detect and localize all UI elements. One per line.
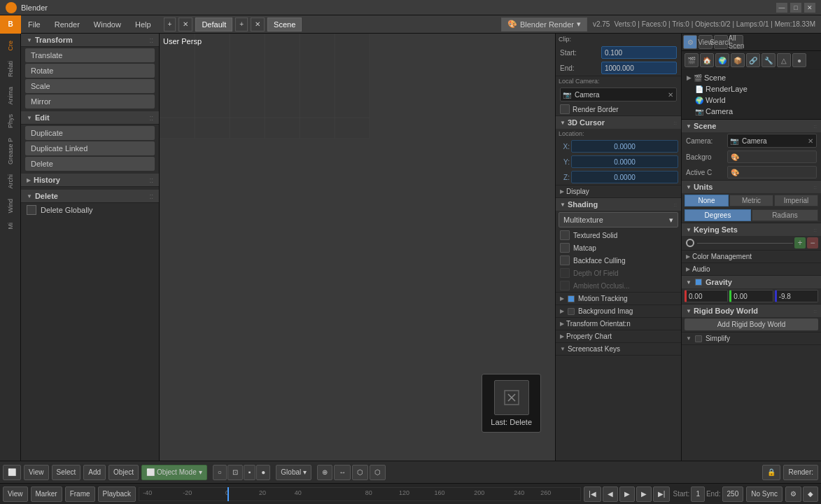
view-menu-btn[interactable]: View bbox=[24, 465, 49, 480]
lock-btn[interactable]: 🔒 bbox=[762, 465, 780, 480]
close-button[interactable]: ✕ bbox=[804, 3, 815, 13]
units-metric-btn[interactable]: Metric bbox=[729, 195, 773, 206]
motion-tracking-checkbox[interactable] bbox=[568, 295, 575, 302]
layer-btn[interactable]: ⬡ bbox=[352, 465, 368, 480]
scale-button[interactable]: Scale bbox=[25, 79, 155, 93]
tab-relations[interactable]: Relati bbox=[4, 57, 17, 81]
scene-props-icon[interactable]: 🏠 bbox=[700, 53, 714, 67]
units-imperial-btn[interactable]: Imperial bbox=[774, 195, 818, 206]
history-section-header[interactable]: ▶ History :: bbox=[21, 174, 159, 187]
menu-window[interactable]: Window bbox=[87, 15, 128, 34]
duplicate-linked-button[interactable]: Duplicate Linked bbox=[25, 141, 155, 155]
backface-culling-checkbox[interactable] bbox=[560, 255, 570, 265]
tab-animation[interactable]: Anima bbox=[4, 83, 17, 109]
tab-physics[interactable]: Phys bbox=[4, 110, 17, 132]
mode-dropdown[interactable]: ⬜ Object Mode ▾ bbox=[141, 465, 207, 480]
solid-shading-btn[interactable]: ○ bbox=[213, 465, 227, 480]
render-layers-item[interactable]: 📄 RenderLaye bbox=[684, 83, 819, 94]
visible-layer-btn[interactable]: ⬡ bbox=[370, 465, 386, 480]
clip-end-field[interactable]: 1000.000 bbox=[601, 62, 677, 74]
motion-tracking-header[interactable]: ▶ Motion Tracking bbox=[556, 293, 681, 304]
cursor-x-field[interactable]: 0.0000 bbox=[571, 140, 678, 153]
prev-frame-btn[interactable]: ◀ bbox=[603, 486, 618, 502]
timeline-keyframe-btn[interactable]: ◆ bbox=[803, 486, 818, 502]
ambient-occlusion-checkbox[interactable] bbox=[560, 281, 570, 290]
duplicate-button[interactable]: Duplicate bbox=[25, 126, 155, 140]
workspace2-close-button[interactable]: ✕ bbox=[251, 18, 265, 31]
delete-button[interactable]: Delete bbox=[25, 157, 155, 171]
world-props-icon[interactable]: 🌍 bbox=[715, 53, 729, 67]
next-frame-btn[interactable]: ▶ bbox=[636, 486, 652, 502]
delete-globally-checkbox[interactable] bbox=[27, 205, 36, 215]
rotate-button[interactable]: Rotate bbox=[25, 64, 155, 78]
rendered-btn[interactable]: ● bbox=[256, 465, 270, 480]
menu-file[interactable]: File bbox=[21, 15, 48, 34]
texture-btn[interactable]: ▪ bbox=[244, 465, 256, 480]
delete-section-header[interactable]: ▼ Delete :: bbox=[21, 190, 159, 203]
background-images-header[interactable]: ▶ Background Imag bbox=[556, 305, 681, 317]
render-props-icon[interactable]: 🎬 bbox=[685, 53, 699, 67]
scene-camera-field[interactable]: 📷 Camera ✕ bbox=[727, 134, 817, 148]
cursor-y-field[interactable]: 0.0000 bbox=[571, 155, 678, 168]
engine-selector[interactable]: 🎨 Blender Render ▾ bbox=[501, 18, 587, 31]
all-scenes-icon[interactable]: All Scen bbox=[729, 35, 743, 49]
select-menu-btn[interactable]: Select bbox=[52, 465, 81, 480]
transform-space-btn[interactable]: Global ▾ bbox=[276, 465, 311, 480]
gravity-x-field[interactable]: 0.00 bbox=[685, 290, 728, 302]
view-icon-btn[interactable]: ⬜ bbox=[3, 465, 21, 480]
units-section-header[interactable]: ▼ Units :: bbox=[682, 181, 821, 193]
edit-section-header[interactable]: ▼ Edit :: bbox=[21, 111, 159, 125]
workspace2-add-button[interactable]: + bbox=[235, 18, 248, 31]
gravity-checkbox[interactable] bbox=[695, 279, 702, 286]
display-header[interactable]: ▶ Display bbox=[556, 186, 681, 197]
world-tree-item[interactable]: 🌍 World bbox=[684, 94, 819, 106]
shading-mode-dropdown[interactable]: Multitexture ▾ bbox=[559, 212, 678, 227]
textured-solid-checkbox[interactable] bbox=[560, 230, 570, 240]
tab-grease[interactable]: Grease P bbox=[4, 134, 17, 169]
jump-start-btn[interactable]: |◀ bbox=[584, 486, 601, 502]
minimize-button[interactable]: — bbox=[776, 3, 787, 13]
tab-create[interactable]: Cre bbox=[4, 36, 17, 55]
units-none-btn[interactable]: None bbox=[685, 195, 729, 206]
render-border-checkbox[interactable] bbox=[560, 104, 570, 114]
scene-props-header[interactable]: ▼ Scene :: bbox=[682, 120, 821, 132]
object-menu-btn[interactable]: Object bbox=[108, 465, 139, 480]
add-rigid-body-world-btn[interactable]: Add Rigid Body World bbox=[685, 318, 818, 330]
cursor-z-field[interactable]: 0.0000 bbox=[571, 171, 678, 183]
timeline-playback-btn[interactable]: Playback bbox=[98, 486, 136, 502]
scene-tree-item[interactable]: ▶ 🎬 Scene bbox=[684, 72, 819, 83]
screencast-keys-header[interactable]: ▼ Screencast Keys bbox=[556, 343, 681, 355]
workspace-add-button[interactable]: + bbox=[164, 18, 176, 31]
constraints-icon[interactable]: 🔗 bbox=[746, 53, 760, 67]
shading-section-header[interactable]: ▼ Shading :: bbox=[556, 198, 681, 211]
timeline-view-btn[interactable]: View bbox=[3, 486, 28, 502]
timeline-settings-btn[interactable]: ⚙ bbox=[785, 486, 801, 502]
matcap-checkbox[interactable] bbox=[560, 243, 570, 253]
data-props-icon[interactable]: △ bbox=[777, 53, 791, 67]
pivot-btn[interactable]: ⊕ bbox=[317, 465, 332, 480]
rigid-body-world-header[interactable]: ▼ Rigid Body World :: bbox=[682, 304, 821, 317]
tab-wind[interactable]: Wind bbox=[4, 195, 17, 218]
property-chart-header[interactable]: ▶ Property Chart bbox=[556, 330, 681, 342]
maximize-button[interactable]: □ bbox=[790, 3, 801, 13]
workspace-label[interactable]: Default bbox=[195, 18, 232, 31]
scene-label[interactable]: Scene bbox=[267, 18, 302, 31]
properties-icon[interactable]: ⚙ bbox=[683, 35, 697, 49]
manipulator-btn[interactable]: ↔ bbox=[334, 465, 351, 480]
timeline-frame-btn[interactable]: Frame bbox=[65, 486, 95, 502]
units-radians-btn[interactable]: Radians bbox=[752, 209, 818, 221]
gravity-header[interactable]: ▼ Gravity bbox=[682, 276, 821, 288]
units-degrees-btn[interactable]: Degrees bbox=[685, 209, 751, 221]
transform-section-header[interactable]: ▼ Transform :: bbox=[21, 34, 159, 47]
tab-mi[interactable]: Mi bbox=[4, 218, 17, 234]
keying-sets-header[interactable]: ▼ Keying Sets :: bbox=[682, 223, 821, 236]
keying-add-btn[interactable]: + bbox=[794, 237, 806, 248]
play-btn[interactable]: ▶ bbox=[619, 486, 635, 502]
gravity-y-field[interactable]: 0.00 bbox=[729, 290, 773, 302]
sync-mode-btn[interactable]: No Sync bbox=[746, 486, 783, 502]
modifiers-icon[interactable]: 🔧 bbox=[762, 53, 776, 67]
menu-help[interactable]: Help bbox=[128, 15, 158, 34]
jump-end-btn[interactable]: ▶| bbox=[653, 486, 671, 502]
add-menu-btn[interactable]: Add bbox=[83, 465, 106, 480]
render-btn[interactable]: Render: bbox=[783, 465, 818, 480]
